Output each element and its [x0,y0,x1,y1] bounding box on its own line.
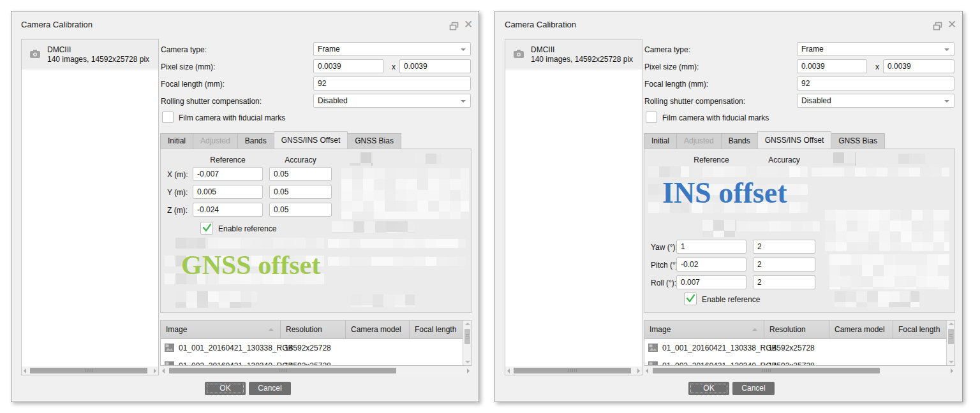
pitch-accuracy-input[interactable] [753,257,815,272]
enable-reference-label: Enable reference [218,224,276,233]
scroll-up-icon[interactable] [465,322,470,325]
ok-button[interactable]: OK [688,382,729,395]
column-image[interactable]: Image [644,321,764,338]
scroll-right-icon[interactable] [951,368,953,373]
censored-region [165,238,205,249]
column-resolution[interactable]: Resolution [764,321,829,338]
table-row[interactable]: 01_002_20160421_130340_RGB 14592x25728 [161,357,463,365]
scroll-left-icon[interactable] [646,368,648,373]
table-row[interactable]: 01_001_20160421_130338_RGB 14592x25728 [644,339,946,357]
tab-bands[interactable]: Bands [237,133,274,149]
chevron-down-icon [944,100,949,103]
yaw-accuracy-input[interactable] [753,240,815,254]
roll-accuracy-input[interactable] [753,275,815,289]
table-body: 01_001_20160421_130338_RGB 14592x25728 0… [644,339,946,365]
sidebar-horizontal-scrollbar[interactable] [505,366,642,375]
yaw-label: Yaw (°): [651,243,678,252]
pixel-size-y-input[interactable] [883,59,954,73]
y-accuracy-input[interactable] [269,185,332,199]
column-resolution[interactable]: Resolution [281,321,346,338]
scroll-right-icon[interactable] [637,368,640,373]
cancel-button[interactable]: Cancel [249,382,291,395]
film-camera-checkbox[interactable] [162,112,174,123]
table-row[interactable]: 01_002_20160421_130340_RGB 14592x25728 [644,357,946,365]
cancel-button[interactable]: Cancel [732,382,775,395]
scroll-left-icon[interactable] [507,368,510,373]
camera-type-select[interactable]: Frame [797,42,954,56]
scroll-right-icon[interactable] [154,368,156,373]
ok-button[interactable]: OK [205,382,246,395]
censored-region [702,220,736,237]
scrollbar-thumb[interactable] [948,329,954,344]
tab-initial[interactable]: Initial [644,133,677,149]
y-reference-input[interactable] [193,185,263,199]
tab-bands[interactable]: Bands [721,133,758,149]
sidebar-horizontal-scrollbar[interactable] [22,366,158,375]
z-reference-input[interactable] [193,203,263,217]
scrollbar-thumb[interactable] [514,368,631,373]
pixel-size-x-input[interactable] [797,59,867,73]
tab-gnss-bias[interactable]: GNSS Bias [347,133,401,149]
focal-length-input[interactable] [797,76,954,91]
scrollbar-thumb[interactable] [30,368,147,373]
table-horizontal-scrollbar[interactable] [644,366,955,375]
column-focal-length[interactable]: Focal length [410,321,463,338]
scrollbar-thumb[interactable] [169,368,396,373]
pixel-size-x-input[interactable] [313,59,383,73]
camera-icon [29,49,41,61]
table-body: 01_001_20160421_130338_RGB 14592x25728 0… [161,339,463,365]
scrollbar-thumb[interactable] [653,368,880,373]
pixel-size-y-input[interactable] [399,59,471,73]
table-row[interactable]: 01_001_20160421_130338_RGB 14592x25728 [161,339,463,357]
tab-gnss-bias[interactable]: GNSS Bias [831,133,885,149]
z-accuracy-input[interactable] [269,203,332,217]
rolling-shutter-select[interactable]: Disabled [313,94,471,108]
pitch-reference-input[interactable] [676,257,746,272]
column-camera-model[interactable]: Camera model [829,321,893,338]
scroll-down-icon[interactable] [949,361,954,363]
camera-group-item[interactable]: DMCIII 140 images, 14592x25728 pix [22,40,158,69]
pixel-size-separator: x [875,62,879,71]
scroll-left-icon[interactable] [24,368,26,373]
tab-bar: Initial Adjusted Bands GNSS/INS Offset G… [644,131,884,149]
chevron-down-icon [461,100,466,103]
table-vertical-scrollbar[interactable] [463,321,471,365]
camera-type-label: Camera type: [161,45,207,54]
tab-gnss-ins-offset[interactable]: GNSS/INS Offset [274,131,348,149]
column-image[interactable]: Image [161,321,281,338]
scrollbar-thumb[interactable] [464,329,470,344]
focal-length-input[interactable] [313,76,471,91]
image-name: 01_001_20160421_130338_RGB [179,344,293,352]
close-icon[interactable]: ✕ [947,18,956,31]
enable-reference-label: Enable reference [702,295,760,304]
enable-reference-checkbox[interactable] [200,222,213,235]
scroll-right-icon[interactable] [467,368,470,373]
enable-reference-checkbox[interactable] [684,293,697,305]
camera-icon [513,49,524,61]
column-focal-length[interactable]: Focal length [893,321,946,338]
yaw-reference-input[interactable] [676,240,746,254]
tab-initial[interactable]: Initial [160,133,193,149]
camera-type-select[interactable]: Frame [313,42,471,56]
camera-group-list: DMCIII 140 images, 14592x25728 pix [21,39,159,375]
restore-window-icon[interactable] [449,22,459,31]
close-icon[interactable]: ✕ [464,18,473,31]
scroll-down-icon[interactable] [465,361,470,363]
censored-region [898,154,925,164]
x-reference-input[interactable] [193,167,263,181]
scroll-left-icon[interactable] [162,368,165,373]
rolling-shutter-select[interactable]: Disabled [797,94,954,108]
scroll-up-icon[interactable] [949,322,954,325]
film-camera-checkbox[interactable] [646,112,657,123]
table-vertical-scrollbar[interactable] [946,321,954,365]
camera-group-item[interactable]: DMCIII 140 images, 14592x25728 pix [505,40,642,69]
page: Camera Calibration ✕ DMCIII 140 images, … [0,0,980,413]
censored-region [415,154,442,164]
accuracy-header: Accuracy [753,156,815,164]
roll-reference-input[interactable] [676,275,746,289]
tab-gnss-ins-offset[interactable]: GNSS/INS Offset [757,131,831,149]
table-horizontal-scrollbar[interactable] [160,366,471,375]
column-camera-model[interactable]: Camera model [346,321,410,338]
restore-window-icon[interactable] [933,22,943,31]
x-accuracy-input[interactable] [269,167,332,181]
